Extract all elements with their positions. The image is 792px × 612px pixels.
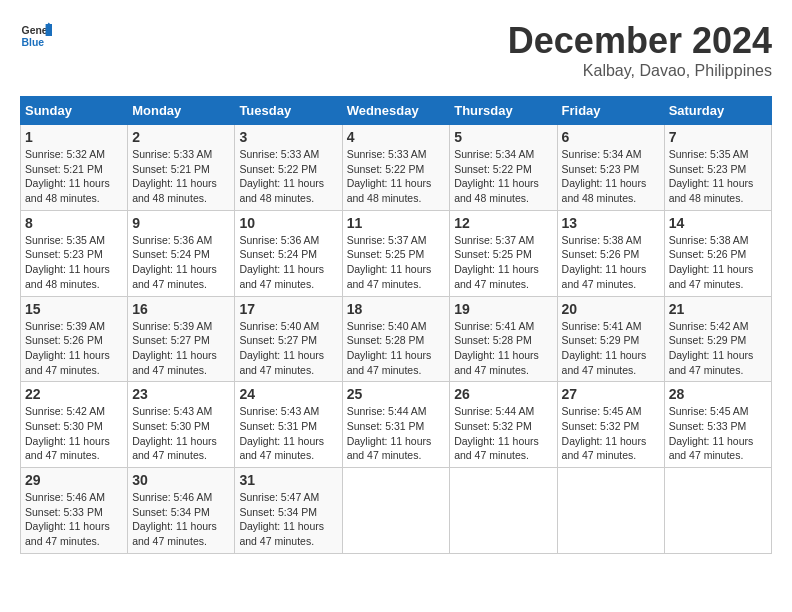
day-number: 6 (562, 129, 660, 145)
day-number: 12 (454, 215, 552, 231)
calendar-cell: 28 Sunrise: 5:45 AMSunset: 5:33 PMDaylig… (664, 382, 771, 468)
day-detail: Sunrise: 5:45 AMSunset: 5:32 PMDaylight:… (562, 405, 647, 461)
day-detail: Sunrise: 5:38 AMSunset: 5:26 PMDaylight:… (562, 234, 647, 290)
day-number: 19 (454, 301, 552, 317)
calendar-cell: 21 Sunrise: 5:42 AMSunset: 5:29 PMDaylig… (664, 296, 771, 382)
day-detail: Sunrise: 5:42 AMSunset: 5:30 PMDaylight:… (25, 405, 110, 461)
calendar-cell: 27 Sunrise: 5:45 AMSunset: 5:32 PMDaylig… (557, 382, 664, 468)
day-number: 5 (454, 129, 552, 145)
calendar-cell: 25 Sunrise: 5:44 AMSunset: 5:31 PMDaylig… (342, 382, 450, 468)
calendar-cell: 9 Sunrise: 5:36 AMSunset: 5:24 PMDayligh… (128, 210, 235, 296)
day-detail: Sunrise: 5:47 AMSunset: 5:34 PMDaylight:… (239, 491, 324, 547)
day-number: 11 (347, 215, 446, 231)
calendar-cell: 2 Sunrise: 5:33 AMSunset: 5:21 PMDayligh… (128, 125, 235, 211)
header-thursday: Thursday (450, 97, 557, 125)
day-number: 29 (25, 472, 123, 488)
calendar-cell: 4 Sunrise: 5:33 AMSunset: 5:22 PMDayligh… (342, 125, 450, 211)
day-detail: Sunrise: 5:40 AMSunset: 5:28 PMDaylight:… (347, 320, 432, 376)
day-detail: Sunrise: 5:43 AMSunset: 5:30 PMDaylight:… (132, 405, 217, 461)
calendar-cell: 13 Sunrise: 5:38 AMSunset: 5:26 PMDaylig… (557, 210, 664, 296)
day-detail: Sunrise: 5:40 AMSunset: 5:27 PMDaylight:… (239, 320, 324, 376)
calendar-cell: 6 Sunrise: 5:34 AMSunset: 5:23 PMDayligh… (557, 125, 664, 211)
day-number: 18 (347, 301, 446, 317)
day-detail: Sunrise: 5:46 AMSunset: 5:34 PMDaylight:… (132, 491, 217, 547)
calendar-cell: 26 Sunrise: 5:44 AMSunset: 5:32 PMDaylig… (450, 382, 557, 468)
day-number: 30 (132, 472, 230, 488)
header-saturday: Saturday (664, 97, 771, 125)
calendar-cell: 19 Sunrise: 5:41 AMSunset: 5:28 PMDaylig… (450, 296, 557, 382)
day-number: 2 (132, 129, 230, 145)
day-detail: Sunrise: 5:37 AMSunset: 5:25 PMDaylight:… (347, 234, 432, 290)
day-detail: Sunrise: 5:44 AMSunset: 5:32 PMDaylight:… (454, 405, 539, 461)
calendar-cell: 8 Sunrise: 5:35 AMSunset: 5:23 PMDayligh… (21, 210, 128, 296)
day-detail: Sunrise: 5:41 AMSunset: 5:29 PMDaylight:… (562, 320, 647, 376)
calendar-cell: 7 Sunrise: 5:35 AMSunset: 5:23 PMDayligh… (664, 125, 771, 211)
calendar-cell: 18 Sunrise: 5:40 AMSunset: 5:28 PMDaylig… (342, 296, 450, 382)
location-title: Kalbay, Davao, Philippines (508, 62, 772, 80)
svg-text:Blue: Blue (22, 37, 45, 48)
day-number: 31 (239, 472, 337, 488)
header-tuesday: Tuesday (235, 97, 342, 125)
calendar-cell (664, 468, 771, 554)
day-detail: Sunrise: 5:35 AMSunset: 5:23 PMDaylight:… (669, 148, 754, 204)
calendar-cell: 22 Sunrise: 5:42 AMSunset: 5:30 PMDaylig… (21, 382, 128, 468)
calendar-cell: 15 Sunrise: 5:39 AMSunset: 5:26 PMDaylig… (21, 296, 128, 382)
calendar-cell: 10 Sunrise: 5:36 AMSunset: 5:24 PMDaylig… (235, 210, 342, 296)
calendar-cell: 24 Sunrise: 5:43 AMSunset: 5:31 PMDaylig… (235, 382, 342, 468)
logo-icon: General Blue (20, 20, 52, 52)
calendar-cell: 11 Sunrise: 5:37 AMSunset: 5:25 PMDaylig… (342, 210, 450, 296)
calendar-cell: 3 Sunrise: 5:33 AMSunset: 5:22 PMDayligh… (235, 125, 342, 211)
calendar-cell: 16 Sunrise: 5:39 AMSunset: 5:27 PMDaylig… (128, 296, 235, 382)
calendar-cell: 23 Sunrise: 5:43 AMSunset: 5:30 PMDaylig… (128, 382, 235, 468)
day-number: 22 (25, 386, 123, 402)
day-detail: Sunrise: 5:33 AMSunset: 5:22 PMDaylight:… (239, 148, 324, 204)
calendar-cell: 31 Sunrise: 5:47 AMSunset: 5:34 PMDaylig… (235, 468, 342, 554)
page-header: General Blue December 2024 Kalbay, Davao… (20, 20, 772, 80)
day-number: 15 (25, 301, 123, 317)
calendar-cell: 30 Sunrise: 5:46 AMSunset: 5:34 PMDaylig… (128, 468, 235, 554)
day-detail: Sunrise: 5:32 AMSunset: 5:21 PMDaylight:… (25, 148, 110, 204)
day-detail: Sunrise: 5:44 AMSunset: 5:31 PMDaylight:… (347, 405, 432, 461)
day-detail: Sunrise: 5:37 AMSunset: 5:25 PMDaylight:… (454, 234, 539, 290)
day-detail: Sunrise: 5:34 AMSunset: 5:23 PMDaylight:… (562, 148, 647, 204)
day-detail: Sunrise: 5:46 AMSunset: 5:33 PMDaylight:… (25, 491, 110, 547)
logo: General Blue (20, 20, 52, 52)
calendar-week-3: 15 Sunrise: 5:39 AMSunset: 5:26 PMDaylig… (21, 296, 772, 382)
calendar-cell: 17 Sunrise: 5:40 AMSunset: 5:27 PMDaylig… (235, 296, 342, 382)
day-detail: Sunrise: 5:36 AMSunset: 5:24 PMDaylight:… (239, 234, 324, 290)
header-wednesday: Wednesday (342, 97, 450, 125)
calendar-week-2: 8 Sunrise: 5:35 AMSunset: 5:23 PMDayligh… (21, 210, 772, 296)
day-number: 23 (132, 386, 230, 402)
day-number: 27 (562, 386, 660, 402)
calendar-cell: 5 Sunrise: 5:34 AMSunset: 5:22 PMDayligh… (450, 125, 557, 211)
day-number: 17 (239, 301, 337, 317)
day-detail: Sunrise: 5:35 AMSunset: 5:23 PMDaylight:… (25, 234, 110, 290)
day-detail: Sunrise: 5:33 AMSunset: 5:21 PMDaylight:… (132, 148, 217, 204)
title-area: December 2024 Kalbay, Davao, Philippines (508, 20, 772, 80)
day-detail: Sunrise: 5:39 AMSunset: 5:26 PMDaylight:… (25, 320, 110, 376)
calendar-week-4: 22 Sunrise: 5:42 AMSunset: 5:30 PMDaylig… (21, 382, 772, 468)
day-number: 7 (669, 129, 767, 145)
day-number: 21 (669, 301, 767, 317)
day-number: 14 (669, 215, 767, 231)
calendar-week-5: 29 Sunrise: 5:46 AMSunset: 5:33 PMDaylig… (21, 468, 772, 554)
day-detail: Sunrise: 5:45 AMSunset: 5:33 PMDaylight:… (669, 405, 754, 461)
day-number: 4 (347, 129, 446, 145)
day-number: 28 (669, 386, 767, 402)
calendar-cell (450, 468, 557, 554)
day-number: 20 (562, 301, 660, 317)
day-number: 25 (347, 386, 446, 402)
calendar-cell: 1 Sunrise: 5:32 AMSunset: 5:21 PMDayligh… (21, 125, 128, 211)
day-detail: Sunrise: 5:33 AMSunset: 5:22 PMDaylight:… (347, 148, 432, 204)
day-detail: Sunrise: 5:34 AMSunset: 5:22 PMDaylight:… (454, 148, 539, 204)
header-sunday: Sunday (21, 97, 128, 125)
day-detail: Sunrise: 5:39 AMSunset: 5:27 PMDaylight:… (132, 320, 217, 376)
calendar-header-row: SundayMondayTuesdayWednesdayThursdayFrid… (21, 97, 772, 125)
calendar-cell: 20 Sunrise: 5:41 AMSunset: 5:29 PMDaylig… (557, 296, 664, 382)
month-title: December 2024 (508, 20, 772, 62)
header-friday: Friday (557, 97, 664, 125)
day-number: 13 (562, 215, 660, 231)
day-number: 16 (132, 301, 230, 317)
calendar-cell (557, 468, 664, 554)
day-number: 10 (239, 215, 337, 231)
